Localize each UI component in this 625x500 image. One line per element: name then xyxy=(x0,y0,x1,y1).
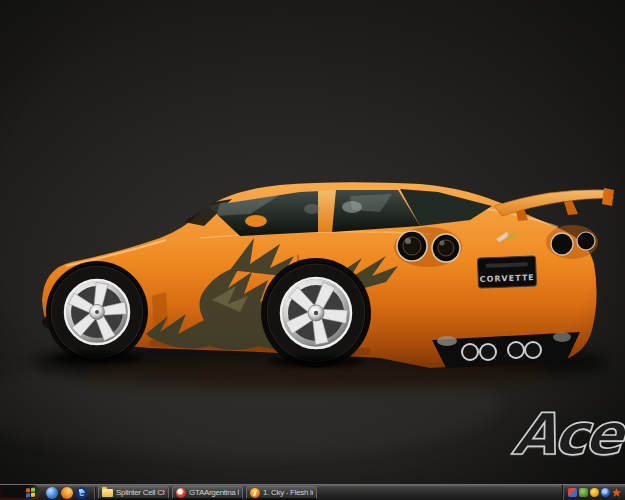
start-button[interactable] xyxy=(0,485,40,500)
antivirus-icon[interactable] xyxy=(612,488,621,497)
volume-icon[interactable] xyxy=(579,488,588,497)
messenger-icon[interactable] xyxy=(568,488,577,497)
taskbar-button-label: Splinter Cell Chaos Th... xyxy=(116,488,165,497)
taskbar: Splinter Cell Chaos Th... GTAArgentina F… xyxy=(0,484,625,500)
taskbar-divider xyxy=(94,487,96,499)
desktop-wallpaper[interactable]: CORVETTE xyxy=(0,0,625,484)
taskbar-button-splinter-cell[interactable]: Splinter Cell Chaos Th... xyxy=(98,486,169,499)
system-tray xyxy=(562,485,625,500)
taskbar-button-gta-forum[interactable]: GTAArgentina Forum -»... xyxy=(172,486,243,499)
internet-explorer-icon[interactable] xyxy=(76,487,88,499)
winamp-icon xyxy=(250,488,260,498)
taskbar-button-label: 1. Cky - Flesh into Ge... xyxy=(263,488,313,497)
winamp-tray-icon[interactable] xyxy=(590,488,599,497)
desktop-screen: CORVETTE xyxy=(0,0,625,500)
taskbar-button-winamp-song[interactable]: 1. Cky - Flesh into Ge... xyxy=(246,486,317,499)
globe-icon[interactable] xyxy=(46,487,58,499)
msn-icon[interactable] xyxy=(601,488,610,497)
task-buttons: Splinter Cell Chaos Th... GTAArgentina F… xyxy=(98,486,317,499)
windows-logo-icon xyxy=(26,488,35,498)
ace-watermark: Ace xyxy=(468,402,625,466)
opera-icon xyxy=(176,488,186,498)
quick-launch-bar xyxy=(40,487,92,499)
ace-watermark-text: Ace xyxy=(510,401,624,467)
folder-icon xyxy=(102,489,113,497)
firefox-icon[interactable] xyxy=(61,487,73,499)
taskbar-button-label: GTAArgentina Forum -»... xyxy=(189,488,239,497)
